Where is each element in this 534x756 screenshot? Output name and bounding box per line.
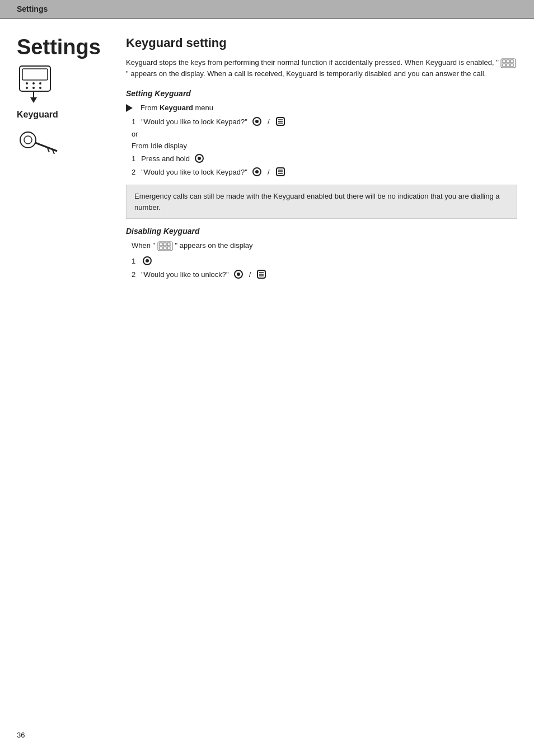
page-body: Settings Keyguard [0, 19, 534, 299]
disabling-keyguard-section: Disabling Keyguard When " " appears on t… [126, 227, 517, 279]
svg-line-12 [35, 143, 57, 151]
svg-rect-41 [163, 247, 166, 250]
from-menu-line: From Keyguard menu [126, 104, 517, 112]
menu-button-icon-3 [255, 269, 268, 279]
sidebar-phone-icon [17, 65, 109, 110]
idle-step-1: 1 Press and hold [126, 153, 517, 163]
section-title: Keyguard setting [126, 36, 517, 50]
keyguard-icon-inline-intro [500, 58, 516, 67]
svg-point-29 [198, 157, 201, 160]
idle-step2-text: "Would you like to lock Keypad?" [141, 168, 247, 176]
disable-step2-text: "Would you like to unlock?" [141, 270, 228, 279]
or-separator: or [132, 130, 517, 138]
disabling-keyguard-title: Disabling Keyguard [126, 227, 517, 236]
svg-point-11 [24, 136, 32, 144]
hold-ok-button [193, 153, 205, 163]
step1-text: "Would you like to lock Keypad?" [141, 118, 247, 126]
svg-point-46 [237, 273, 240, 276]
menu-button-icon-2 [274, 167, 287, 177]
svg-rect-38 [163, 243, 166, 246]
svg-point-3 [32, 82, 35, 84]
ok-button-icon-2 [251, 167, 263, 177]
sidebar: Settings Keyguard [17, 36, 120, 283]
ok-button-icon-3 [232, 269, 245, 279]
svg-point-4 [39, 82, 41, 84]
disable-step-2: 2 "Would you like to unlock?" / [126, 269, 517, 279]
svg-rect-21 [510, 64, 513, 67]
from-idle-label: From Idle display [126, 142, 517, 150]
setting-keyguard-title: Setting Keyguard [126, 89, 517, 98]
svg-rect-40 [160, 247, 162, 250]
press-hold-text: Press and hold [141, 154, 190, 163]
keyguard-icon-inline-disable [157, 242, 175, 250]
menu-arrow-icon [126, 104, 133, 112]
disable-ok-button [141, 256, 153, 266]
when-text: When " " appears on the display [126, 241, 517, 251]
svg-point-2 [26, 82, 28, 84]
section-intro: Keyguard stops the keys from performing … [126, 57, 517, 79]
info-box-text: Emergency calls can still be made with t… [134, 192, 500, 212]
sidebar-settings-title: Settings [17, 36, 109, 59]
svg-rect-1 [22, 69, 48, 80]
setting-step-1: 1 "Would you like to lock Keypad?" / [126, 116, 517, 126]
sidebar-category-label: Keyguard [17, 110, 109, 120]
main-content: Keyguard setting Keyguard stops the keys… [120, 36, 517, 283]
svg-rect-42 [167, 247, 170, 250]
page-footer: 36 [17, 731, 25, 739]
header-title: Settings [17, 4, 48, 13]
disable-step-1: 1 [126, 256, 517, 266]
idle-step-2: 2 "Would you like to lock Keypad?" / [126, 167, 517, 177]
svg-rect-17 [507, 60, 509, 63]
svg-rect-16 [503, 60, 505, 63]
svg-rect-0 [20, 66, 50, 91]
svg-rect-20 [507, 64, 509, 67]
svg-rect-19 [503, 64, 505, 67]
setting-keyguard-section: Setting Keyguard From Keyguard menu 1 "W… [126, 89, 517, 177]
svg-rect-18 [510, 60, 513, 63]
svg-point-31 [255, 170, 259, 173]
page-number: 36 [17, 731, 25, 739]
svg-point-6 [32, 87, 35, 89]
svg-point-10 [20, 132, 36, 148]
svg-point-7 [39, 87, 41, 89]
svg-line-13 [48, 148, 49, 152]
svg-point-5 [26, 87, 28, 89]
info-box: Emergency calls can still be made with t… [126, 185, 517, 219]
svg-rect-39 [167, 243, 170, 246]
svg-point-44 [146, 259, 149, 262]
keyguard-bold: Keyguard [160, 104, 193, 112]
svg-marker-9 [30, 97, 37, 103]
from-menu-text: From Keyguard menu [140, 104, 213, 112]
page-header: Settings [0, 0, 534, 19]
ok-button-icon [251, 116, 263, 126]
svg-point-23 [255, 120, 259, 123]
sidebar-key-icon [17, 124, 109, 158]
menu-button-icon [274, 116, 287, 126]
svg-rect-37 [160, 243, 162, 246]
